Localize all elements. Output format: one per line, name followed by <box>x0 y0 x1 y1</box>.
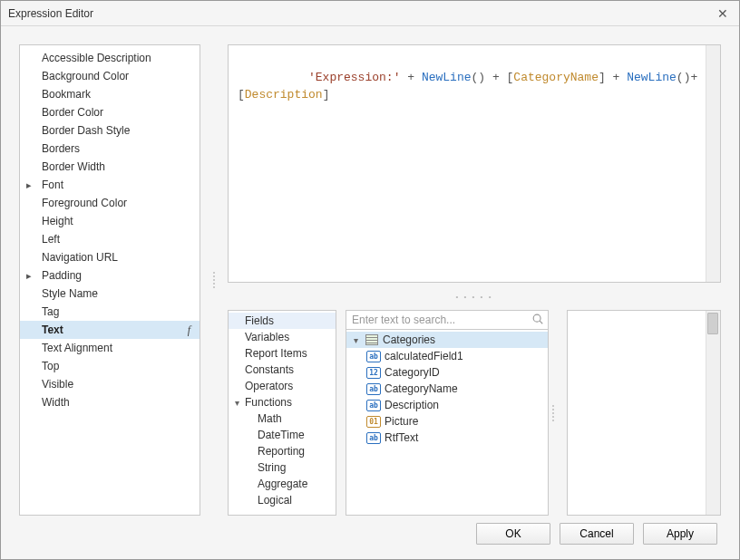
property-label: Text Alignment <box>38 342 194 354</box>
property-item[interactable]: Bookmark <box>20 85 200 103</box>
category-item[interactable]: Constants <box>229 362 336 378</box>
category-label: Constants <box>245 363 332 376</box>
properties-list[interactable]: Accessible DescriptionBackground ColorBo… <box>20 45 200 515</box>
property-label: Border Width <box>38 160 194 173</box>
property-item[interactable]: Navigation URL <box>20 248 200 266</box>
tree-label: Description <box>385 399 439 411</box>
property-label: Width <box>38 396 194 409</box>
category-item[interactable]: Operators <box>229 378 336 394</box>
close-icon[interactable]: ✕ <box>714 6 732 21</box>
apply-button[interactable]: Apply <box>643 523 717 545</box>
category-label: Fields <box>245 314 332 327</box>
svg-point-0 <box>533 315 540 323</box>
property-item[interactable]: Border Dash Style <box>20 121 200 140</box>
button-row: OK Cancel Apply <box>19 516 721 552</box>
property-item[interactable]: Textf <box>20 321 200 339</box>
category-label: Reporting <box>245 445 332 458</box>
category-label: DateTime <box>245 429 332 441</box>
category-label: Variables <box>245 331 332 343</box>
category-label: String <box>245 461 332 474</box>
description-scrollbar[interactable] <box>706 311 720 515</box>
dialog-title: Expression Editor <box>8 7 714 20</box>
splitter-horizontal[interactable] <box>228 292 721 301</box>
category-item[interactable]: Report Items <box>229 345 336 362</box>
property-item[interactable]: ▸Font <box>20 176 200 194</box>
tree-label: CategoryName <box>385 382 458 395</box>
tree-item[interactable]: abcalculatedField1 <box>346 348 548 364</box>
text-field-icon: ab <box>366 350 381 362</box>
expand-icon[interactable]: ▸ <box>20 270 38 282</box>
category-item[interactable]: Reporting <box>229 443 336 459</box>
category-label: Functions <box>245 396 332 409</box>
property-label: Tag <box>38 305 194 318</box>
property-label: Top <box>38 360 194 372</box>
category-item[interactable]: Fields <box>229 313 336 329</box>
fields-column: ▾CategoriesabcalculatedField112CategoryI… <box>346 310 549 516</box>
dialog-body: Accessible DescriptionBackground ColorBo… <box>1 26 739 559</box>
property-label: Left <box>38 233 194 246</box>
property-item[interactable]: ▸Padding <box>20 266 200 285</box>
category-label: Report Items <box>245 347 332 360</box>
category-label: Aggregate <box>245 478 332 490</box>
property-item[interactable]: Width <box>20 393 200 411</box>
tree-item[interactable]: 01Picture <box>346 413 548 430</box>
property-item[interactable]: Text Alignment <box>20 339 200 357</box>
expression-textarea[interactable]: 'Expression:' + NewLine() + [CategoryNam… <box>228 44 721 283</box>
text-field-icon: ab <box>366 399 381 411</box>
fields-tree[interactable]: ▾CategoriesabcalculatedField112CategoryI… <box>346 330 549 516</box>
category-item[interactable]: Aggregate <box>229 476 336 492</box>
tree-item[interactable]: 12CategoryID <box>346 364 548 381</box>
tree-item[interactable]: abCategoryName <box>346 381 548 397</box>
splitter-vertical-right[interactable] <box>549 310 558 516</box>
property-item[interactable]: Accessible Description <box>20 49 200 67</box>
tree-root[interactable]: ▾Categories <box>346 332 548 348</box>
property-label: Style Name <box>38 287 194 300</box>
property-item[interactable]: Border Width <box>20 158 200 176</box>
expression-editor-dialog: Expression Editor ✕ Accessible Descripti… <box>0 0 740 560</box>
fx-icon: f <box>180 323 194 337</box>
table-icon <box>365 333 379 346</box>
category-item[interactable]: DateTime <box>229 427 336 443</box>
property-item[interactable]: Borders <box>20 140 200 158</box>
category-item[interactable]: Variables <box>229 329 336 345</box>
property-item[interactable]: Style Name <box>20 285 200 303</box>
ok-button[interactable]: OK <box>476 523 550 545</box>
expand-icon[interactable]: ▾ <box>229 398 245 408</box>
property-label: Bookmark <box>38 88 194 101</box>
property-item[interactable]: Background Color <box>20 67 200 85</box>
editor-scrollbar[interactable] <box>706 45 720 282</box>
cancel-button[interactable]: Cancel <box>560 523 634 545</box>
category-item[interactable]: String <box>229 459 336 476</box>
right-column: 'Expression:' + NewLine() + [CategoryNam… <box>228 44 721 516</box>
property-item[interactable]: Left <box>20 230 200 248</box>
property-item[interactable]: Visible <box>20 375 200 393</box>
description-scroll-thumb[interactable] <box>707 313 718 334</box>
expand-icon[interactable]: ▸ <box>20 179 38 191</box>
tree-item[interactable]: abRtfText <box>346 430 548 446</box>
category-item[interactable]: ▾Functions <box>229 394 336 410</box>
splitter-vertical-left[interactable] <box>209 44 219 516</box>
property-label: Borders <box>38 142 194 155</box>
property-label: Border Color <box>38 106 194 119</box>
property-label: Padding <box>38 269 194 282</box>
expand-icon[interactable]: ▾ <box>350 335 361 345</box>
property-label: Accessible Description <box>38 52 194 64</box>
categories-list[interactable]: FieldsVariablesReport ItemsConstantsOper… <box>228 310 336 516</box>
property-item[interactable]: Foreground Color <box>20 194 200 212</box>
text-field-icon: ab <box>366 431 381 444</box>
main-area: Accessible DescriptionBackground ColorBo… <box>19 44 721 516</box>
search-input[interactable] <box>346 310 549 330</box>
category-label: Logical <box>245 494 332 507</box>
property-label: Font <box>38 179 194 191</box>
category-item[interactable]: Logical <box>229 492 336 508</box>
category-item[interactable]: Math <box>229 410 336 427</box>
tree-label: Categories <box>383 333 435 346</box>
property-item[interactable]: Border Color <box>20 103 200 121</box>
tree-label: CategoryID <box>385 366 440 379</box>
property-label: Navigation URL <box>38 251 194 264</box>
tree-item[interactable]: abDescription <box>346 397 548 413</box>
property-item[interactable]: Tag <box>20 303 200 321</box>
property-label: Text <box>38 323 180 336</box>
property-item[interactable]: Top <box>20 357 200 375</box>
property-item[interactable]: Height <box>20 212 200 230</box>
